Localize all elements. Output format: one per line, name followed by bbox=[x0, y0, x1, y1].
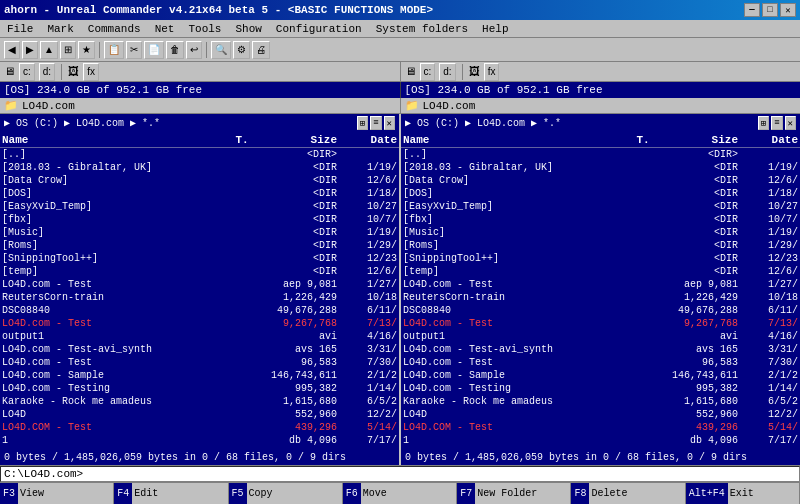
toolbar-btn-10[interactable]: ↩ bbox=[186, 41, 202, 59]
list-item[interactable]: [EasyXviD_Temp]<DIR10/27 bbox=[0, 200, 399, 213]
fkey-f5[interactable]: F5 Copy bbox=[229, 483, 343, 504]
toolbar-btn-12[interactable]: ⚙ bbox=[233, 41, 250, 59]
list-item[interactable]: [Data Crow]<DIR12/6/ bbox=[401, 174, 800, 187]
list-item[interactable]: output1avi4/16/ bbox=[401, 330, 800, 343]
list-item[interactable]: DSC0884049,676,2886/11/ bbox=[0, 304, 399, 317]
toolbar-btn-8[interactable]: 📄 bbox=[144, 41, 164, 59]
list-item[interactable]: ReutersCorn-train1,226,42910/18 bbox=[0, 291, 399, 304]
list-item[interactable]: [DOS]<DIR1/18/ bbox=[0, 187, 399, 200]
fx-left[interactable]: fx bbox=[83, 63, 99, 81]
list-item[interactable]: [..]<DIR> bbox=[401, 148, 800, 161]
maximize-button[interactable]: □ bbox=[762, 3, 778, 17]
list-item[interactable]: [DOS]<DIR1/18/ bbox=[401, 187, 800, 200]
list-item[interactable]: [Roms]<DIR1/29/ bbox=[401, 239, 800, 252]
drive-d-left[interactable]: d: bbox=[39, 63, 55, 81]
list-item[interactable]: LO4D.com - Testing995,3821/14/ bbox=[401, 382, 800, 395]
file-size: 49,676,288 bbox=[658, 305, 738, 316]
toolbar-btn-7[interactable]: ✂ bbox=[126, 41, 142, 59]
file-name: [SnippingTool++] bbox=[2, 253, 227, 264]
list-item[interactable]: [fbx]<DIR10/7/ bbox=[401, 213, 800, 226]
toolbar-btn-11[interactable]: 🔍 bbox=[211, 41, 231, 59]
list-item[interactable]: [EasyXviD_Temp]<DIR10/27 bbox=[401, 200, 800, 213]
list-item[interactable]: LO4D.com - Sample146,743,6112/1/2 bbox=[401, 369, 800, 382]
fkey-f4[interactable]: F4 Edit bbox=[114, 483, 228, 504]
file-name: ReutersCorn-train bbox=[403, 292, 628, 303]
list-item[interactable]: LO4D.COM - Test439,2965/14/ bbox=[401, 421, 800, 434]
menu-system-folders[interactable]: System folders bbox=[373, 23, 471, 35]
list-item[interactable]: ReutersCorn-train1,226,42910/18 bbox=[401, 291, 800, 304]
list-item[interactable]: [2018.03 - Gibraltar, UK]<DIR1/19/ bbox=[401, 161, 800, 174]
list-item[interactable]: 1db 4,0967/17/ bbox=[401, 434, 800, 447]
fkey-altf4[interactable]: Alt+F4 Exit bbox=[686, 483, 800, 504]
list-item[interactable]: Karaoke - Rock me amadeus1,615,6806/5/2 bbox=[0, 395, 399, 408]
list-item[interactable]: [SnippingTool++]<DIR12/23 bbox=[0, 252, 399, 265]
list-item[interactable]: LO4D.com - Testaep 9,0811/27/ bbox=[401, 278, 800, 291]
list-item[interactable]: [Music]<DIR1/19/ bbox=[401, 226, 800, 239]
panel-icon-r1[interactable]: ⊞ bbox=[758, 116, 769, 130]
menu-commands[interactable]: Commands bbox=[85, 23, 144, 35]
panel-icon-r3[interactable]: ✕ bbox=[785, 116, 796, 130]
list-item[interactable]: LO4D.com - Test-avi_synthavs 1653/31/ bbox=[401, 343, 800, 356]
list-item[interactable]: LO4D.com - Test9,267,7687/13/ bbox=[401, 317, 800, 330]
menu-mark[interactable]: Mark bbox=[44, 23, 76, 35]
file-panel-left: Name T. Size Date [..]<DIR>[2018.03 - Gi… bbox=[0, 132, 399, 450]
list-item[interactable]: [temp]<DIR12/6/ bbox=[401, 265, 800, 278]
close-button[interactable]: ✕ bbox=[780, 3, 796, 17]
list-item[interactable]: output1avi4/16/ bbox=[0, 330, 399, 343]
list-item[interactable]: LO4D.com - Sample146,743,6112/1/2 bbox=[0, 369, 399, 382]
minimize-button[interactable]: — bbox=[744, 3, 760, 17]
list-item[interactable]: [Roms]<DIR1/29/ bbox=[0, 239, 399, 252]
list-item[interactable]: LO4D.com - Test96,5837/30/ bbox=[0, 356, 399, 369]
file-date: 7/13/ bbox=[738, 318, 798, 329]
menu-configuration[interactable]: Configuration bbox=[273, 23, 365, 35]
file-name: output1 bbox=[403, 331, 628, 342]
file-size: 439,296 bbox=[257, 422, 337, 433]
list-item[interactable]: LO4D552,96012/2/ bbox=[0, 408, 399, 421]
list-item[interactable]: [..]<DIR> bbox=[0, 148, 399, 161]
list-item[interactable]: LO4D.com - Test96,5837/30/ bbox=[401, 356, 800, 369]
list-item[interactable]: LO4D.com - Testaep 9,0811/27/ bbox=[0, 278, 399, 291]
list-item[interactable]: LO4D.com - Test-avi_synthavs 1653/31/ bbox=[0, 343, 399, 356]
list-item[interactable]: [2018.03 - Gibraltar, UK]<DIR1/19/ bbox=[0, 161, 399, 174]
list-item[interactable]: LO4D552,96012/2/ bbox=[401, 408, 800, 421]
toolbar-btn-6[interactable]: 📋 bbox=[104, 41, 124, 59]
toolbar-btn-3[interactable]: ▲ bbox=[40, 41, 58, 59]
toolbar-btn-2[interactable]: ▶ bbox=[22, 41, 38, 59]
drive-c-right[interactable]: c: bbox=[420, 63, 436, 81]
freespace-right: [OS] 234.0 GB of 952.1 GB free bbox=[400, 82, 801, 98]
fkey-f8[interactable]: F8 Delete bbox=[571, 483, 685, 504]
fkey-f6[interactable]: F6 Move bbox=[343, 483, 457, 504]
list-item[interactable]: 1db 4,0967/17/ bbox=[0, 434, 399, 447]
menu-help[interactable]: Help bbox=[479, 23, 511, 35]
panel-icon-3[interactable]: ✕ bbox=[384, 116, 395, 130]
menu-file[interactable]: File bbox=[4, 23, 36, 35]
list-item[interactable]: [Data Crow]<DIR12/6/ bbox=[0, 174, 399, 187]
list-item[interactable]: LO4D.com - Testing995,3821/14/ bbox=[0, 382, 399, 395]
menu-show[interactable]: Show bbox=[232, 23, 264, 35]
file-name: LO4D.COM - Test bbox=[403, 422, 628, 433]
fkey-f7[interactable]: F7 New Folder bbox=[457, 483, 571, 504]
toolbar-btn-9[interactable]: 🗑 bbox=[166, 41, 184, 59]
list-item[interactable]: [SnippingTool++]<DIR12/23 bbox=[401, 252, 800, 265]
toolbar-btn-5[interactable]: ★ bbox=[78, 41, 95, 59]
menu-tools[interactable]: Tools bbox=[185, 23, 224, 35]
drive-d-right[interactable]: d: bbox=[439, 63, 455, 81]
list-item[interactable]: [fbx]<DIR10/7/ bbox=[0, 213, 399, 226]
list-item[interactable]: LO4D.COM - Test439,2965/14/ bbox=[0, 421, 399, 434]
fkey-f3[interactable]: F3 View bbox=[0, 483, 114, 504]
panel-icon-2[interactable]: ≡ bbox=[370, 116, 381, 130]
toolbar-btn-1[interactable]: ◀ bbox=[4, 41, 20, 59]
toolbar-btn-4[interactable]: ⊞ bbox=[60, 41, 76, 59]
path-input-box[interactable]: C:\LO4D.com> bbox=[0, 466, 800, 482]
list-item[interactable]: DSC0884049,676,2886/11/ bbox=[401, 304, 800, 317]
list-item[interactable]: Karaoke - Rock me amadeus1,615,6806/5/2 bbox=[401, 395, 800, 408]
list-item[interactable]: LO4D.com - Test9,267,7687/13/ bbox=[0, 317, 399, 330]
toolbar-btn-13[interactable]: 🖨 bbox=[252, 41, 270, 59]
panel-icon-1[interactable]: ⊞ bbox=[357, 116, 368, 130]
panel-icon-r2[interactable]: ≡ bbox=[771, 116, 782, 130]
drive-c-left[interactable]: c: bbox=[19, 63, 35, 81]
menu-net[interactable]: Net bbox=[152, 23, 178, 35]
fx-right[interactable]: fx bbox=[484, 63, 500, 81]
list-item[interactable]: [Music]<DIR1/19/ bbox=[0, 226, 399, 239]
list-item[interactable]: [temp]<DIR12/6/ bbox=[0, 265, 399, 278]
